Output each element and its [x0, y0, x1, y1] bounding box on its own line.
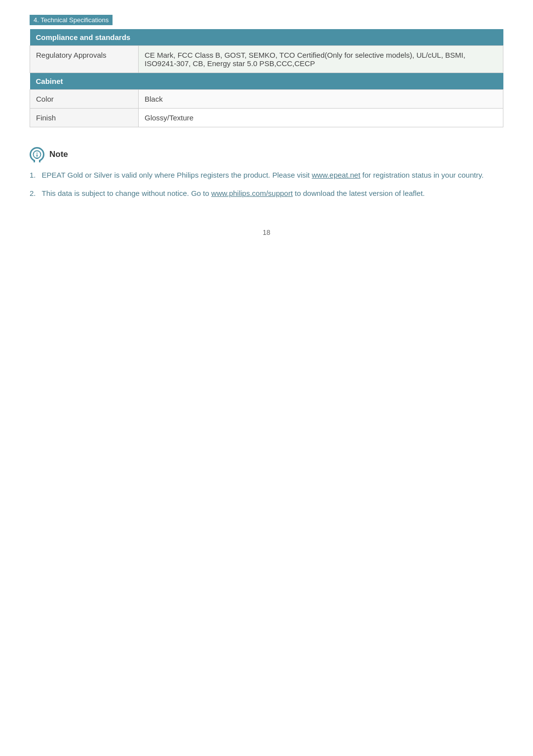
note-num-2: 2. [30, 188, 36, 199]
svg-rect-2 [37, 154, 38, 157]
finish-value: Glossy/Texture [139, 109, 503, 127]
note-item-1: 1. EPEAT Gold or Silver is valid only wh… [30, 170, 503, 181]
color-value: Black [139, 90, 503, 109]
regulatory-value: CE Mark, FCC Class B, GOST, SEMKO, TCO C… [139, 46, 503, 73]
compliance-header-cell: Compliance and standards [30, 29, 503, 46]
epeat-link[interactable]: www.epeat.net [312, 171, 360, 179]
note-title: Note [49, 150, 68, 159]
svg-rect-1 [37, 152, 38, 153]
page-number: 18 [30, 228, 503, 236]
cabinet-header-row: Cabinet [30, 73, 503, 90]
svg-rect-3 [36, 158, 38, 159]
specs-table: Compliance and standards Regulatory Appr… [30, 29, 503, 127]
color-label: Color [30, 90, 139, 109]
regulatory-row: Regulatory Approvals CE Mark, FCC Class … [30, 46, 503, 73]
cabinet-header-cell: Cabinet [30, 73, 503, 90]
finish-row: Finish Glossy/Texture [30, 109, 503, 127]
color-row: Color Black [30, 90, 503, 109]
note-header: Note [30, 147, 503, 162]
note-section: Note 1. EPEAT Gold or Silver is valid on… [30, 147, 503, 199]
note-num-1: 1. [30, 170, 36, 181]
note-text-1: EPEAT Gold or Silver is valid only where… [42, 170, 484, 181]
note-item-2: 2. This data is subject to change withou… [30, 188, 503, 199]
finish-label: Finish [30, 109, 139, 127]
philips-support-link[interactable]: www.philips.com/support [211, 189, 293, 197]
regulatory-label: Regulatory Approvals [30, 46, 139, 73]
section-tag: 4. Technical Specifications [30, 15, 503, 29]
compliance-header-row: Compliance and standards [30, 29, 503, 46]
note-text-2: This data is subject to change without n… [42, 188, 425, 199]
note-list: 1. EPEAT Gold or Silver is valid only wh… [30, 170, 503, 199]
note-icon [30, 147, 44, 162]
